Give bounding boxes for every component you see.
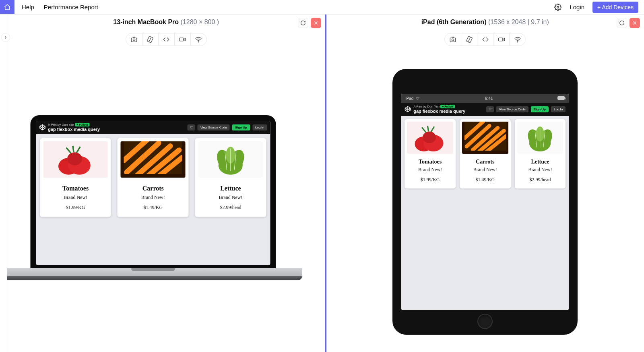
nav-performance-report[interactable]: Performance Report — [44, 4, 98, 10]
add-devices-button[interactable]: + Add Devices — [592, 2, 638, 13]
settings-gear-icon[interactable] — [554, 4, 561, 11]
login-link[interactable]: Login — [570, 4, 584, 10]
home-button[interactable] — [0, 0, 14, 14]
nav-help[interactable]: Help — [22, 4, 34, 10]
app-topbar: Help Performance Report Login + Add Devi… — [0, 0, 644, 14]
svg-point-0 — [557, 6, 559, 8]
